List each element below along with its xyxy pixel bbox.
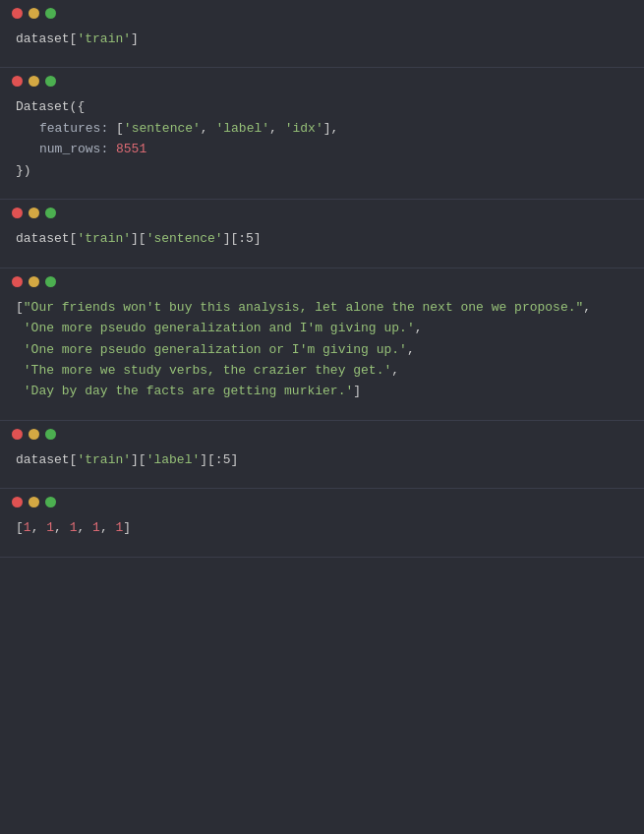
dot-yellow-2[interactable] [29,76,39,87]
cell-3-input: dataset['train']['sentence'][:5] [0,200,644,268]
cell-4-header [0,268,644,293]
cell-2-body: Dataset({ features: ['sentence', 'label'… [0,92,644,199]
cell-5-input: dataset['train']['label'][:5] [0,421,644,489]
cell-6-body: [1, 1, 1, 1, 1] [0,513,644,556]
cell-4-output: ["Our friends won't buy this analysis, l… [0,268,644,421]
code-line: dataset['train']['sentence'][:5] [16,228,628,249]
code-line: 'Day by day the facts are getting murkie… [16,381,628,401]
cell-1-body: dataset['train'] [0,25,644,67]
cell-2-output: Dataset({ features: ['sentence', 'label'… [0,68,644,200]
dot-red-6[interactable] [12,497,23,507]
dot-red-1[interactable] [12,8,23,19]
cell-6-header [0,489,644,513]
code-line: features: ['sentence', 'label', 'idx'], [16,118,628,139]
dot-red-3[interactable] [12,208,23,218]
cell-5-header [0,421,644,446]
dot-yellow-1[interactable] [29,8,39,19]
dot-green-1[interactable] [45,8,56,19]
code-line: dataset['train'] [16,29,628,49]
dot-red-4[interactable] [12,276,23,287]
dot-red-5[interactable] [12,429,23,440]
cell-1-header [0,0,644,25]
dot-green-3[interactable] [45,208,56,218]
cell-3-body: dataset['train']['sentence'][:5] [0,224,644,267]
code-line: }) [16,160,628,181]
dot-yellow-4[interactable] [29,276,39,287]
code-line: dataset['train']['label'][:5] [16,449,628,470]
dot-red-2[interactable] [12,76,23,87]
dot-green-4[interactable] [45,276,56,287]
cell-1-input: dataset['train'] [0,0,644,68]
dot-yellow-3[interactable] [29,208,39,218]
code-line: Dataset({ [16,96,628,117]
dot-green-6[interactable] [45,497,56,507]
cell-2-header [0,68,644,92]
code-line: 'One more pseudo generalization and I'm … [16,318,628,338]
cell-3-header [0,200,644,224]
cell-4-body: ["Our friends won't buy this analysis, l… [0,293,644,420]
dot-green-5[interactable] [45,429,56,440]
cell-6-output: [1, 1, 1, 1, 1] [0,489,644,557]
code-line: num_rows: 8551 [16,139,628,159]
dot-yellow-5[interactable] [29,429,39,440]
code-line: 'One more pseudo generalization or I'm g… [16,339,628,360]
code-line: [1, 1, 1, 1, 1] [16,517,628,538]
code-line: ["Our friends won't buy this analysis, l… [16,297,628,318]
code-line: 'The more we study verbs, the crazier th… [16,360,628,381]
cell-5-body: dataset['train']['label'][:5] [0,446,644,488]
dot-yellow-6[interactable] [29,497,39,507]
dot-green-2[interactable] [45,76,56,87]
